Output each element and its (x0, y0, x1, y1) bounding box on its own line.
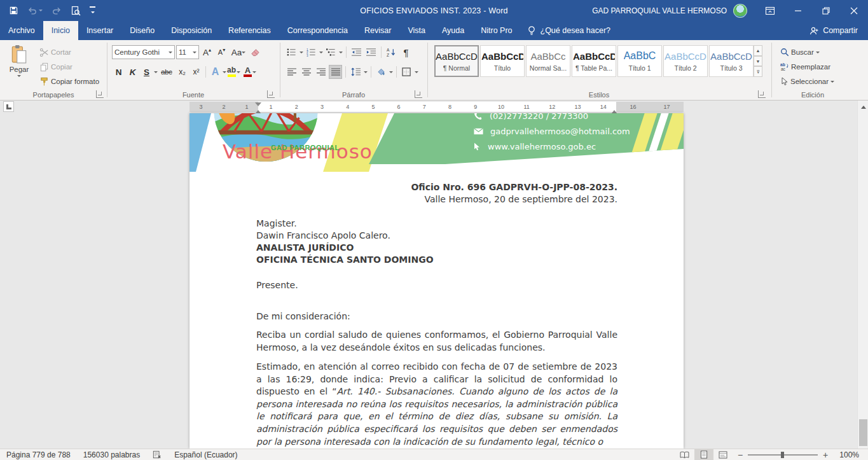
ribbon-tab[interactable]: Vista (399, 21, 434, 40)
ribbon-tab[interactable]: Ayuda (434, 21, 472, 40)
italic-button[interactable]: K (126, 65, 139, 79)
superscript-button[interactable]: x² (189, 65, 203, 79)
shading-caret-icon[interactable] (389, 71, 393, 75)
paragraph-2[interactable]: Estimado, en atención al correo recibido… (256, 361, 617, 448)
change-case-button[interactable]: Aa (230, 45, 247, 59)
highlight-button[interactable]: ab (227, 67, 236, 77)
styles-scroll-up-icon[interactable]: ▲ (754, 45, 762, 56)
numbering-button[interactable]: 123 (305, 45, 318, 59)
style-card[interactable]: AaBbCcD Título 2 (663, 45, 708, 77)
greeting[interactable]: De mi consideración: (256, 310, 617, 323)
format-painter-button[interactable]: Copiar formato (37, 74, 102, 88)
ref-number[interactable]: Oficio Nro. 696 GADPRVH-O-JPP-08-2023. (256, 181, 617, 194)
language-indicator[interactable]: Español (Ecuador) (168, 450, 244, 459)
zoom-slider[interactable] (748, 454, 818, 456)
ribbon-tab[interactable]: Referencias (220, 21, 279, 40)
font-family-select[interactable]: Century Gothi (112, 45, 175, 59)
line-spacing-button[interactable] (349, 65, 362, 79)
multilevel-list-button[interactable] (324, 45, 338, 59)
grow-font-button[interactable]: A▴ (200, 45, 214, 59)
strikethrough-button[interactable]: abc (158, 65, 175, 79)
bullets-caret-icon[interactable] (300, 52, 303, 55)
highlight-caret-icon[interactable] (237, 71, 240, 75)
cut-button[interactable]: Cortar (37, 45, 74, 59)
undo-icon[interactable] (27, 6, 43, 15)
ribbon-tab[interactable]: Archivo (0, 21, 43, 40)
styles-more-icon[interactable]: ⊽ (754, 66, 762, 77)
recipient-role[interactable]: ANALISTA JURÍDICO (256, 242, 617, 254)
horizontal-ruler[interactable]: 321 1234567891011121314 1617 (189, 102, 684, 112)
borders-button[interactable] (400, 65, 413, 79)
recipient-name[interactable]: Dawin Francisco Apolo Calero. (256, 230, 617, 242)
style-card[interactable]: AaBbC Título 1 (617, 45, 662, 77)
zoom-out-button[interactable]: − (738, 450, 743, 459)
paste-button[interactable]: Pegar (5, 45, 33, 79)
bold-button[interactable]: N (112, 65, 125, 79)
letterhead[interactable]: (02)2773220 / 2773300 gadprvallehermoso@… (189, 113, 684, 172)
decrease-indent-button[interactable] (350, 45, 363, 59)
customize-qat-icon[interactable] (90, 6, 95, 15)
numbering-caret-icon[interactable] (319, 52, 323, 55)
word-count[interactable]: 156030 palabras (77, 450, 146, 459)
ribbon-tab[interactable]: Disposición (163, 21, 220, 40)
style-card[interactable]: AaBbCc Normal Sa... (526, 45, 570, 77)
find-button[interactable]: Buscar (778, 45, 822, 59)
proofing-status[interactable] (146, 450, 168, 459)
copy-button[interactable]: Copiar (37, 60, 75, 74)
restore-button[interactable] (812, 0, 840, 21)
shrink-font-button[interactable]: A▾ (215, 45, 228, 59)
sort-button[interactable]: AZ (385, 45, 398, 59)
zoom-in-button[interactable]: + (823, 450, 828, 459)
subscript-button[interactable]: x₂ (176, 65, 189, 79)
style-card[interactable]: AaBbCcD Título (480, 45, 525, 77)
style-card[interactable]: AaBbCcD Título 3 (709, 45, 754, 77)
salutation[interactable]: Presente. (256, 279, 617, 292)
text-effects-caret-icon[interactable] (223, 71, 226, 75)
redo-icon[interactable] (52, 6, 62, 15)
page-indicator[interactable]: Página 779 de 788 (0, 450, 77, 459)
ribbon-tab[interactable]: Inicio (43, 21, 78, 40)
font-dialog-launcher[interactable] (267, 90, 275, 98)
underline-caret-icon[interactable] (154, 71, 158, 75)
close-button[interactable] (840, 0, 868, 21)
print-layout-button[interactable] (694, 449, 713, 460)
select-button[interactable]: Seleccionar (778, 74, 837, 88)
show-marks-button[interactable]: ¶ (399, 45, 413, 59)
scrollbar-thumb[interactable] (859, 419, 867, 446)
account-name[interactable]: GAD PARROQUIAL VALLE HERMOSO (592, 6, 727, 15)
multilevel-caret-icon[interactable] (339, 52, 343, 55)
recipient-title[interactable]: Magister. (256, 218, 617, 230)
print-preview-icon[interactable] (71, 6, 81, 16)
save-icon[interactable] (9, 6, 18, 15)
paragraph-dialog-launcher[interactable] (415, 90, 422, 98)
date-line[interactable]: Valle Hermoso, 20 de septiembre del 2023… (256, 193, 617, 206)
align-right-button[interactable] (314, 65, 327, 79)
justify-button[interactable] (329, 65, 342, 79)
style-card[interactable]: AaBbCcD ¶ Table Pa... (572, 45, 616, 77)
share-button[interactable]: Compartir (799, 21, 868, 40)
align-center-button[interactable] (300, 65, 313, 79)
web-layout-button[interactable] (713, 449, 733, 460)
align-left-button[interactable] (285, 65, 298, 79)
borders-caret-icon[interactable] (415, 71, 418, 75)
paragraph-1[interactable]: Reciba un cordial saludo de quienes conf… (256, 329, 617, 354)
ribbon-tab[interactable]: Nitro Pro (472, 21, 520, 40)
font-size-select[interactable]: 11 (176, 45, 199, 59)
ribbon-tab[interactable]: Insertar (78, 21, 121, 40)
font-color-button[interactable]: A (244, 67, 252, 77)
tab-stop-selector[interactable] (3, 101, 14, 112)
shading-button[interactable] (375, 65, 388, 79)
ribbon-tab[interactable]: Correspondencia (279, 21, 356, 40)
ribbon-display-options-icon[interactable] (756, 0, 784, 21)
recipient-office[interactable]: OFICINA TÉCNICA SANTO DOMINGO (256, 254, 617, 267)
scroll-up-icon[interactable] (858, 102, 868, 111)
account-avatar[interactable] (733, 4, 747, 18)
replace-button[interactable]: abac Reemplazar (778, 60, 833, 74)
styles-dialog-launcher[interactable] (758, 90, 766, 98)
minimize-button[interactable] (784, 0, 812, 21)
clear-formatting-button[interactable] (249, 45, 262, 59)
ribbon-tab[interactable]: Revisar (356, 21, 399, 40)
increase-indent-button[interactable] (364, 45, 378, 59)
text-effects-button[interactable]: A (209, 65, 222, 79)
font-color-caret-icon[interactable] (252, 71, 256, 75)
